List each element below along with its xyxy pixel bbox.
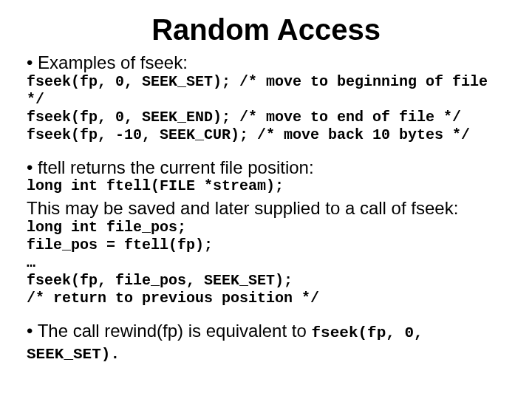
bullet-examples: • Examples of fseek: — [27, 52, 505, 73]
bullet-text: Examples of fseek: — [38, 52, 188, 72]
page-title: Random Access — [27, 13, 505, 47]
bullet-icon: • — [27, 52, 38, 72]
code-ftell-signature: long int ftell(FILE *stream); — [27, 177, 505, 195]
code-fseek-examples: fseek(fp, 0, SEEK_SET); /* move to begin… — [27, 73, 505, 144]
spacer — [27, 195, 505, 197]
bullet-rewind: • The call rewind(fp) is equivalent to f… — [27, 321, 505, 364]
slide: Random Access • Examples of fseek: fseek… — [0, 0, 532, 399]
code-save-example: long int file_pos; file_pos = ftell(fp);… — [27, 219, 505, 307]
bullet-icon: • — [27, 157, 38, 177]
bullet-text: The call rewind(fp) is equivalent to — [38, 321, 312, 341]
body-save-note: This may be saved and later supplied to … — [27, 198, 505, 219]
bullet-text: ftell returns the current file position: — [38, 157, 314, 177]
spacer — [27, 144, 505, 154]
spacer — [27, 307, 505, 318]
bullet-ftell: • ftell returns the current file positio… — [27, 157, 505, 178]
bullet-icon: • — [27, 321, 38, 341]
